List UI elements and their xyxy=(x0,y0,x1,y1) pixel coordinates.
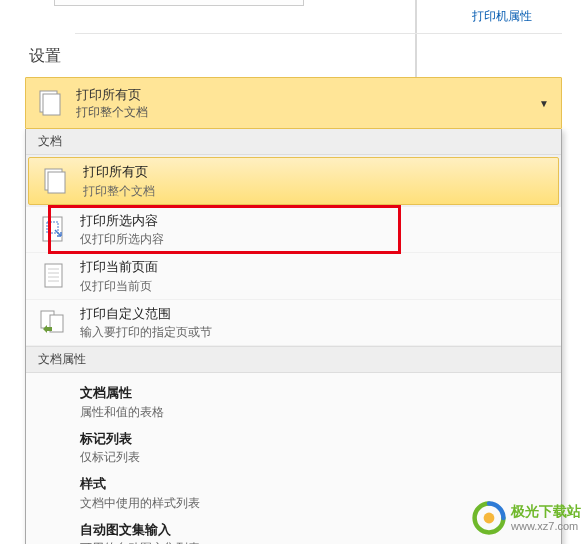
print-range-menu: 文档 打印所有页 打印整个文档 xyxy=(25,129,562,544)
menu-item-print-all-pages[interactable]: 打印所有页 打印整个文档 xyxy=(28,157,559,205)
menu-item-subtitle: 输入要打印的指定页或节 xyxy=(80,323,553,341)
menu-item-subtitle: 仅打印所选内容 xyxy=(80,230,553,248)
prop-subtitle: 属性和值的表格 xyxy=(80,403,561,421)
menu-item-subtitle: 仅打印当前页 xyxy=(80,277,553,295)
svg-rect-1 xyxy=(43,94,60,115)
custom-range-icon xyxy=(36,305,70,339)
group-header-doc-properties: 文档属性 xyxy=(26,346,561,373)
menu-item-print-custom-range[interactable]: 打印自定义范围 输入要打印的指定页或节 xyxy=(26,300,561,347)
svg-rect-4 xyxy=(43,217,62,241)
svg-rect-3 xyxy=(48,172,65,193)
dropdown-title: 打印所有页 xyxy=(76,86,539,104)
prop-subtitle: 可用的自动图文集列表 xyxy=(80,539,561,544)
page-selection-icon xyxy=(36,212,70,246)
menu-item-title: 打印当前页面 xyxy=(80,257,553,277)
chevron-down-icon: ▼ xyxy=(539,98,549,109)
svg-point-16 xyxy=(484,513,495,524)
prop-title: 文档属性 xyxy=(80,383,561,403)
group-header-document: 文档 xyxy=(26,129,561,155)
watermark-url: www.xz7.com xyxy=(511,520,581,532)
prop-subtitle: 仅标记列表 xyxy=(80,448,561,466)
menu-item-title: 打印所选内容 xyxy=(80,211,553,231)
pages-stack-icon xyxy=(39,164,73,198)
single-page-icon xyxy=(36,259,70,293)
watermark: 极光下载站 www.xz7.com xyxy=(471,500,581,536)
menu-item-title: 打印所有页 xyxy=(83,162,550,182)
menu-item-markup-list[interactable]: 标记列表 仅标记列表 xyxy=(80,425,561,471)
menu-item-doc-properties[interactable]: 文档属性 属性和值的表格 xyxy=(80,379,561,425)
menu-item-print-selection[interactable]: 打印所选内容 仅打印所选内容 xyxy=(26,207,561,254)
print-range-dropdown[interactable]: 打印所有页 打印整个文档 ▼ xyxy=(25,77,562,129)
menu-item-subtitle: 打印整个文档 xyxy=(83,182,550,200)
prop-title: 样式 xyxy=(80,474,561,494)
svg-rect-9 xyxy=(45,264,62,287)
printer-properties-row: 打印机属性 xyxy=(75,4,562,34)
watermark-name: 极光下载站 xyxy=(511,504,581,519)
dropdown-text: 打印所有页 打印整个文档 xyxy=(76,86,539,121)
partial-box-above xyxy=(54,0,304,6)
watermark-logo-icon xyxy=(471,500,507,536)
print-settings-panel: 打印机属性 设置 打印所有页 打印整个文档 ▼ 文档 打印所有页 xyxy=(0,4,587,544)
menu-item-print-current-page[interactable]: 打印当前页面 仅打印当前页 xyxy=(26,253,561,300)
dropdown-subtitle: 打印整个文档 xyxy=(76,104,539,121)
printer-properties-link[interactable]: 打印机属性 xyxy=(472,9,532,23)
menu-item-title: 打印自定义范围 xyxy=(80,304,553,324)
prop-title: 标记列表 xyxy=(80,429,561,449)
settings-label: 设置 xyxy=(25,34,562,77)
pages-stack-icon xyxy=(34,86,68,120)
